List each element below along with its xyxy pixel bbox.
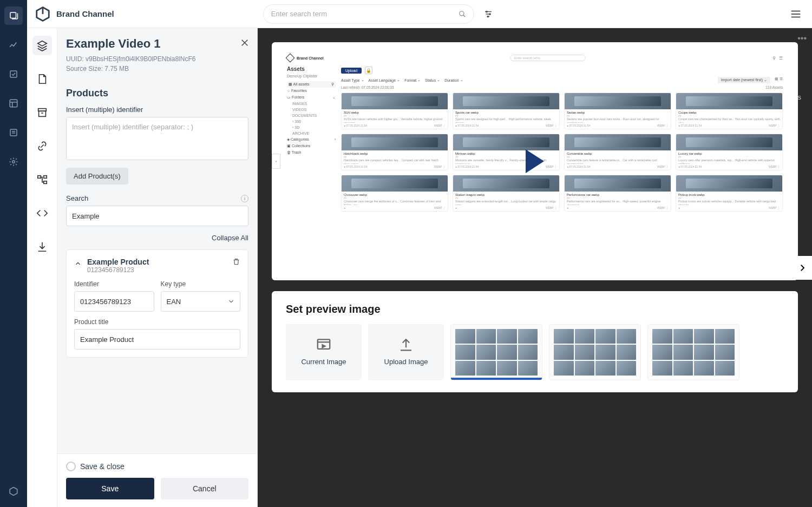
brand-logo[interactable]: Brand Channel xyxy=(35,6,114,22)
document-icon[interactable] xyxy=(32,69,52,89)
svg-rect-1 xyxy=(10,71,17,77)
identifier-field-label: Identifier xyxy=(74,280,154,288)
svg-point-7 xyxy=(489,13,490,14)
product-title-label: Product title xyxy=(74,318,240,326)
hamburger-menu-icon[interactable] xyxy=(787,5,804,23)
search-label: Search xyxy=(66,194,88,202)
rail-tasks-icon[interactable] xyxy=(4,65,23,83)
product-card: Example Product 0123456789123 Identifier xyxy=(66,249,248,358)
rail-form-icon[interactable] xyxy=(4,123,23,142)
products-section-title: Products xyxy=(66,88,248,99)
current-image-icon xyxy=(316,336,332,352)
rail-templates-icon[interactable] xyxy=(4,94,23,113)
product-title-field[interactable] xyxy=(74,329,240,350)
edit-panel: Example Video 1 UUID: v9BbsHESjfm0i4lK9B… xyxy=(57,28,258,507)
rail-logo-icon xyxy=(4,482,23,501)
filter-icon[interactable] xyxy=(480,5,497,23)
svg-point-4 xyxy=(12,161,15,163)
more-icon[interactable]: ••• xyxy=(797,34,807,43)
save-and-close-toggle[interactable]: Save & close xyxy=(66,462,248,471)
panel-title: Example Video 1 xyxy=(66,37,248,51)
search-input[interactable] xyxy=(271,10,459,18)
left-rail xyxy=(0,0,27,507)
search-icon xyxy=(459,10,466,18)
svg-point-8 xyxy=(487,16,488,17)
svg-rect-13 xyxy=(43,181,47,184)
add-products-button[interactable]: Add Product(s) xyxy=(66,168,128,185)
svg-point-6 xyxy=(486,11,487,12)
keytype-select[interactable] xyxy=(161,291,241,312)
upload-icon xyxy=(398,336,414,352)
trash-icon[interactable] xyxy=(232,258,240,266)
svg-rect-10 xyxy=(38,111,45,116)
topbar: Brand Channel xyxy=(27,0,812,28)
thumbnail-2[interactable] xyxy=(549,324,641,380)
svg-rect-0 xyxy=(10,12,16,18)
archive-icon[interactable] xyxy=(32,103,52,122)
video-preview[interactable]: ‹ Brand Channel Enter search term ⚲ ☰ xyxy=(272,42,798,280)
svg-rect-11 xyxy=(37,176,41,179)
code-icon[interactable] xyxy=(32,203,52,223)
panel-uuid: UUID: v9BbsHESjfm0i4lK9B0lPENbia8lNcF6 xyxy=(66,54,248,64)
tree-icon[interactable] xyxy=(32,170,52,189)
info-icon[interactable]: i xyxy=(241,195,248,202)
rail-analytics-icon[interactable] xyxy=(4,36,23,54)
download-icon[interactable] xyxy=(32,237,52,256)
collapse-all-button[interactable]: Collapse All xyxy=(66,234,248,242)
cancel-button[interactable]: Cancel xyxy=(161,478,249,499)
brand-name: Brand Channel xyxy=(56,9,114,18)
identifier-label: Insert (multiple) identifier xyxy=(66,106,248,114)
identifier-input[interactable] xyxy=(66,117,248,160)
keytype-label: Key type xyxy=(161,280,241,288)
next-arrow-icon[interactable] xyxy=(793,256,812,280)
product-name: Example Product xyxy=(87,258,149,266)
thumbnail-1[interactable] xyxy=(450,324,542,380)
identifier-field[interactable] xyxy=(74,291,154,312)
radio-icon xyxy=(66,462,76,471)
svg-rect-12 xyxy=(43,176,47,179)
panel-size: Source Size: 7.75 MB xyxy=(66,64,248,74)
preview-title: Set preview image xyxy=(286,303,784,315)
svg-rect-2 xyxy=(10,100,17,107)
global-search[interactable] xyxy=(263,4,474,24)
current-image-tile[interactable]: Current Image xyxy=(286,324,362,380)
chevron-up-icon[interactable] xyxy=(74,260,82,267)
close-icon[interactable] xyxy=(240,38,250,48)
play-icon[interactable] xyxy=(526,149,544,173)
layers-icon[interactable] xyxy=(32,36,52,55)
save-button[interactable]: Save xyxy=(66,478,154,499)
rail-library-icon[interactable] xyxy=(4,6,23,25)
link-icon[interactable] xyxy=(32,136,52,156)
preview-backdrop: ssets ••• ‹ Brand Channel Enter search t… xyxy=(258,28,812,507)
thumbnail-3[interactable] xyxy=(647,324,739,380)
upload-image-tile[interactable]: Upload Image xyxy=(368,324,444,380)
editor-side-icons xyxy=(27,28,57,507)
product-id: 0123456789123 xyxy=(87,266,149,274)
preview-image-section: Set preview image Current Image Upload I… xyxy=(272,291,798,392)
product-search-input[interactable] xyxy=(66,206,248,226)
svg-point-5 xyxy=(460,11,464,15)
rail-settings-icon[interactable] xyxy=(4,153,23,171)
